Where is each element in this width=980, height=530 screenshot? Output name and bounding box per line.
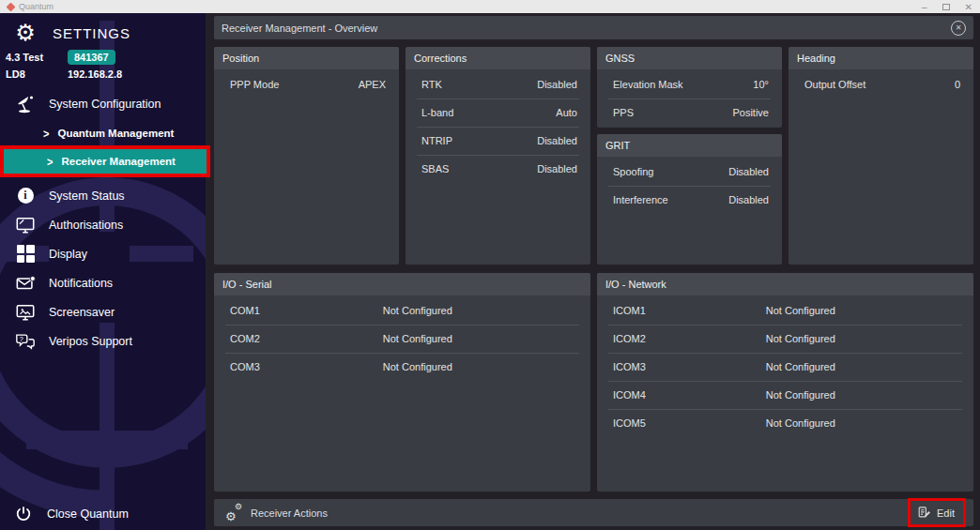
receiver-ip: 192.168.2.8 (68, 68, 206, 80)
table-row: COM1 Not Configured (214, 296, 590, 325)
panel-header: Receiver Management - Overview ✕ (214, 16, 973, 39)
table-row: L-band Auto (406, 98, 590, 127)
power-icon (9, 505, 38, 523)
table-row: NTRIP Disabled (406, 127, 590, 155)
gears-icon: ⚙ ⚙ (225, 506, 242, 521)
card-title: Corrections (406, 47, 590, 69)
minimize-icon[interactable]: – (922, 2, 927, 12)
panel-title: Receiver Management - Overview (222, 23, 377, 34)
corrections-card: Corrections RTK Disabled L-band Auto NTR… (406, 47, 590, 265)
annotation-highlight-box: > Receiver Management (0, 145, 210, 177)
card-title: GNSS (597, 47, 782, 69)
table-row: ICOM2 Not Configured (597, 325, 973, 353)
receiver-id-badge: 841367 (68, 50, 115, 65)
table-row: PPP Mode APEX (214, 70, 399, 98)
sidebar-item-label: Authorisations (49, 219, 123, 232)
info-icon: i (18, 188, 34, 204)
receiver-model: LD8 (6, 68, 68, 80)
table-row: PPS Positive (597, 98, 782, 127)
edit-button[interactable]: Edit (908, 498, 966, 527)
sidebar-title: SETTINGS (53, 25, 130, 41)
sidebar-item-screensaver[interactable]: Screensaver (0, 297, 206, 326)
grit-card: GRIT Spoofing Disabled Interference Disa… (597, 134, 782, 265)
sidebar-item-notifications[interactable]: Notifications (0, 268, 206, 297)
receiver-management-panel: Receiver Management - Overview ✕ Positio… (206, 13, 980, 530)
close-quantum-button[interactable]: Close Quantum (9, 505, 129, 523)
table-row: ICOM3 Not Configured (597, 353, 973, 381)
satellite-dish-icon (9, 93, 41, 115)
table-row: ICOM4 Not Configured (597, 381, 973, 409)
svg-text:?: ? (20, 334, 23, 342)
window-title: Quantum (19, 2, 54, 11)
table-row: Elevation Mask 10° (597, 70, 782, 98)
position-card: Position PPP Mode APEX (214, 47, 399, 265)
panel-footer: ⚙ ⚙ Receiver Actions Edit (214, 499, 973, 526)
support-chat-icon: ? (9, 331, 41, 352)
chevron-right-icon: > (43, 127, 49, 140)
receiver-actions-label: Receiver Actions (251, 507, 328, 519)
receiver-info: 4.3 Test 841367 LD8 192.168.2.8 (0, 46, 206, 85)
sidebar-item-label: System Status (49, 189, 125, 203)
table-row: COM2 Not Configured (214, 325, 590, 353)
chevron-right-icon: > (47, 155, 53, 168)
quantum-app-icon (7, 2, 16, 11)
envelope-badge-icon (9, 273, 41, 294)
sidebar-item-label: Screensaver (49, 306, 115, 319)
table-row: Output Offset 0 (789, 70, 973, 98)
table-row: ICOM5 Not Configured (597, 409, 973, 437)
settings-sidebar: ⚙ SETTINGS 4.3 Test 841367 LD8 192.168.2… (0, 13, 206, 530)
panel-close-icon[interactable]: ✕ (951, 21, 966, 36)
maximize-icon[interactable] (942, 4, 950, 10)
table-row: Interference Disabled (597, 186, 782, 214)
card-title: I/O - Serial (214, 273, 590, 295)
sidebar-item-veripos-support[interactable]: ? Veripos Support (0, 326, 206, 356)
sidebar-item-system-status[interactable]: i System Status (0, 181, 206, 210)
monitor-screensaver-icon (9, 302, 41, 323)
sidebar-item-label: Veripos Support (49, 335, 132, 348)
grid-icon (17, 245, 35, 263)
card-title: GRIT (597, 134, 782, 157)
sidebar-subitem-label: Receiver Management (61, 156, 175, 167)
card-title: Heading (789, 47, 973, 69)
sidebar-item-system-configuration[interactable]: System Configuration (0, 85, 206, 121)
table-row: ICOM1 Not Configured (597, 296, 973, 325)
edit-label: Edit (937, 507, 955, 519)
sidebar-item-label: System Configuration (49, 98, 161, 111)
table-row: RTK Disabled (406, 70, 590, 98)
sidebar-item-quantum-management[interactable]: > Quantum Management (0, 121, 206, 145)
card-title: Position (214, 47, 399, 69)
io-network-card: I/O - Network ICOM1 Not Configured ICOM2… (597, 273, 973, 492)
monitor-pen-icon (9, 215, 41, 235)
sidebar-item-authorisations[interactable]: Authorisations (0, 210, 206, 239)
sidebar-item-receiver-management[interactable]: > Receiver Management (4, 149, 207, 174)
card-title: I/O - Network (597, 273, 973, 295)
table-row: Spoofing Disabled (597, 158, 782, 186)
heading-card: Heading Output Offset 0 (789, 47, 973, 265)
close-quantum-label: Close Quantum (47, 507, 129, 521)
gnss-card: GNSS Elevation Mask 10° PPS Positive (597, 47, 782, 128)
settings-gear-icon: ⚙ (9, 22, 41, 44)
sidebar-item-label: Display (49, 248, 87, 261)
os-titlebar: Quantum – ✕ (0, 0, 980, 13)
edit-icon (917, 506, 931, 520)
firmware-version: 4.3 Test (6, 52, 68, 63)
io-serial-card: I/O - Serial COM1 Not Configured COM2 No… (214, 273, 590, 492)
table-row: SBAS Disabled (406, 155, 590, 183)
sidebar-subitem-label: Quantum Management (57, 128, 174, 139)
table-row: COM3 Not Configured (214, 353, 590, 381)
window-close-icon[interactable]: ✕ (965, 2, 972, 12)
sidebar-item-label: Notifications (49, 277, 113, 290)
receiver-actions-button[interactable]: ⚙ ⚙ Receiver Actions (225, 506, 328, 521)
sidebar-item-display[interactable]: Display (0, 239, 206, 268)
